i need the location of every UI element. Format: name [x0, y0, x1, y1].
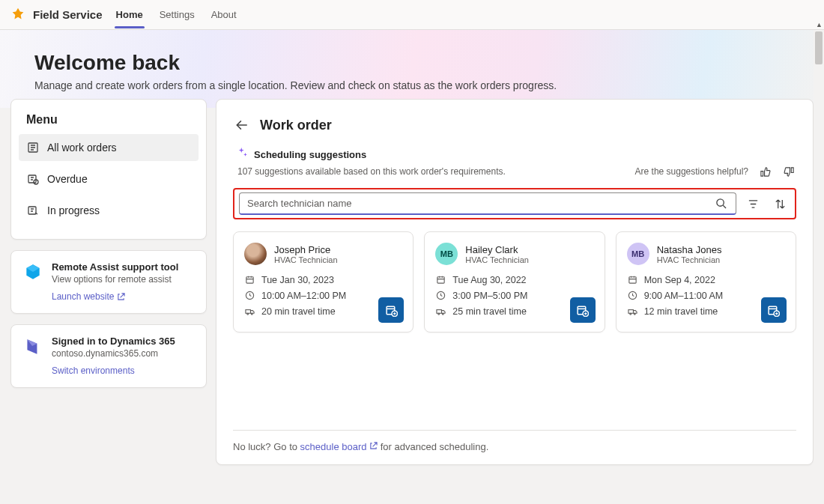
tech-time: 3:00 PM–5:00 PM	[452, 291, 527, 301]
technician-grid: Joseph Price HVAC Technician Tue Jan 30,…	[233, 231, 796, 333]
filter-icon	[748, 198, 759, 210]
panel-footer: No luck? Go to schedule board for advanc…	[233, 430, 796, 452]
work-order-panel: Work order Scheduling suggestions 107 su…	[216, 99, 814, 465]
external-link-icon	[117, 293, 125, 301]
thumbs-down-button[interactable]	[781, 164, 796, 179]
scrollbar[interactable]: ▲	[814, 30, 824, 504]
svg-rect-14	[437, 310, 442, 314]
nav-tab-about[interactable]: About	[210, 1, 238, 28]
hero-title: Welcome back	[34, 51, 790, 75]
search-box[interactable]	[239, 192, 736, 215]
technician-card[interactable]: MB Natasha Jones HVAC Technician Mon Sep…	[616, 231, 796, 333]
info-card-subtitle: View options for remote assist	[52, 274, 196, 285]
link-label: Switch environments	[52, 365, 135, 376]
calendar-add-icon	[576, 304, 589, 317]
book-button[interactable]	[570, 297, 596, 323]
book-button[interactable]	[761, 297, 787, 323]
avatar: MB	[627, 243, 649, 265]
tech-time: 9:00 AM–11:00 AM	[644, 291, 724, 301]
technician-role: HVAC Technician	[657, 255, 722, 264]
schedule-board-link[interactable]: schedule board	[300, 441, 378, 452]
switch-environments-link[interactable]: Switch environments	[52, 365, 135, 376]
menu-card: Menu All work orders Overdue In progress	[10, 99, 207, 240]
clock-icon	[435, 290, 446, 301]
suggestions-title: Scheduling suggestions	[254, 149, 366, 160]
book-button[interactable]	[378, 297, 404, 323]
svg-rect-12	[437, 277, 444, 283]
hero-banner: Welcome back Manage and create work orde…	[0, 30, 824, 108]
search-toolbar-highlight	[233, 188, 796, 219]
thumbs-up-button[interactable]	[757, 164, 772, 179]
search-icon[interactable]	[713, 196, 728, 211]
technician-header: Joseph Price HVAC Technician	[244, 243, 402, 265]
nav-tab-home[interactable]: Home	[115, 1, 145, 28]
footer-link-label: schedule board	[300, 441, 367, 452]
svg-point-16	[443, 313, 444, 315]
top-navigation-bar: Field Service Home Settings About	[0, 0, 824, 30]
svg-point-23	[634, 313, 635, 315]
tech-travel: 20 min travel time	[261, 306, 336, 317]
scrollbar-thumb[interactable]	[815, 31, 823, 64]
svg-point-9	[251, 313, 252, 315]
svg-rect-3	[28, 207, 36, 214]
feedback-question: Are the suggestions helpful?	[635, 166, 748, 177]
svg-point-8	[247, 313, 249, 315]
arrow-left-icon	[235, 118, 249, 132]
dynamics-signin-card: Signed in to Dynamics 365 contoso.dynami…	[10, 324, 207, 388]
suggestions-subtitle: 107 suggestions available based on this …	[237, 166, 506, 177]
technician-card[interactable]: Joseph Price HVAC Technician Tue Jan 30,…	[233, 231, 413, 333]
page-title: Work order	[260, 118, 332, 133]
calendar-icon	[627, 274, 638, 285]
calendar-icon	[244, 274, 255, 285]
scroll-up-icon[interactable]: ▲	[816, 21, 823, 28]
clock-icon	[244, 290, 255, 301]
avatar	[244, 243, 267, 265]
truck-icon	[26, 204, 40, 217]
page-title-row: Work order	[233, 116, 796, 134]
travel-icon	[627, 306, 638, 317]
calendar-add-icon	[385, 304, 398, 317]
menu-item-overdue[interactable]: Overdue	[19, 166, 199, 192]
back-button[interactable]	[233, 116, 251, 134]
technician-card[interactable]: MB Hailey Clark HVAC Technician Tue Aug …	[424, 231, 605, 333]
technician-header: MB Hailey Clark HVAC Technician	[435, 243, 593, 265]
tech-travel: 12 min travel time	[644, 306, 718, 317]
clock-icon	[627, 290, 638, 301]
tech-time: 10:00 AM–12:00 PM	[261, 291, 346, 301]
technician-role: HVAC Technician	[465, 255, 529, 264]
tech-travel: 25 min travel time	[452, 306, 527, 317]
menu-item-label: In progress	[47, 204, 100, 216]
svg-rect-19	[629, 277, 636, 283]
search-input[interactable]	[247, 198, 713, 209]
technician-name: Natasha Jones	[657, 244, 722, 255]
svg-point-4	[716, 199, 723, 206]
hero-subtitle: Manage and create work orders from a sin…	[34, 79, 790, 91]
travel-icon	[244, 306, 255, 317]
sort-button[interactable]	[769, 193, 790, 214]
tech-date: Tue Aug 30, 2022	[452, 275, 526, 285]
tech-date: Mon Sep 4, 2022	[644, 275, 715, 285]
svg-rect-7	[246, 310, 251, 314]
app-name: Field Service	[33, 8, 103, 21]
travel-icon	[435, 306, 446, 317]
dynamics-body: Signed in to Dynamics 365 contoso.dynami…	[52, 336, 196, 377]
filter-button[interactable]	[742, 193, 763, 214]
sidebar: Menu All work orders Overdue In progress…	[10, 99, 207, 465]
sort-icon	[775, 198, 786, 210]
external-link-icon	[369, 442, 378, 450]
menu-item-in-progress[interactable]: In progress	[19, 197, 199, 224]
clock-alert-icon	[26, 172, 40, 186]
launch-website-link[interactable]: Launch website	[52, 291, 125, 302]
nav-tab-settings[interactable]: Settings	[158, 1, 196, 28]
svg-point-22	[629, 313, 631, 315]
tech-date-line: Tue Jan 30, 2023	[244, 274, 402, 285]
tech-date-line: Mon Sep 4, 2022	[627, 274, 785, 285]
remote-assist-card: Remote Assist support tool View options …	[10, 250, 207, 314]
technician-name: Hailey Clark	[465, 244, 529, 255]
dynamics-icon	[22, 336, 44, 358]
svg-rect-5	[246, 277, 253, 283]
technician-name: Joseph Price	[274, 244, 338, 255]
calendar-add-icon	[767, 304, 780, 317]
menu-item-all-work-orders[interactable]: All work orders	[19, 134, 199, 161]
menu-title: Menu	[19, 113, 199, 134]
